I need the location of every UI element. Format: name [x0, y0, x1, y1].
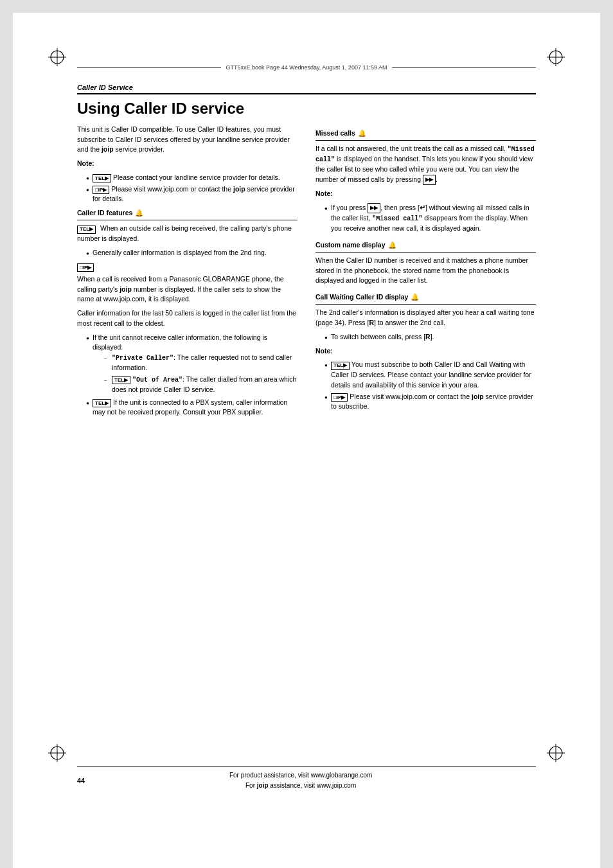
cannot-receive-item: If the unit cannot receive caller inform… [86, 333, 298, 395]
main-heading: Using Caller ID service [77, 100, 536, 118]
tel-badge-note1: TEL▶ [93, 174, 111, 182]
waiting-hr [315, 304, 536, 305]
waiting-note-bullets: TEL▶ You must subscribe to both Caller I… [324, 360, 536, 412]
waiting-note-1: TEL▶ You must subscribe to both Caller I… [324, 360, 536, 390]
call-waiting-header: Call Waiting Caller ID display 🔔 [315, 292, 536, 302]
out-of-area-item: TEL▶ "Out of Area": The caller dialled f… [104, 375, 298, 395]
bell-icon-waiting: 🔔 [411, 292, 419, 302]
ip-section: □IP▶ When a call is received from a Pana… [77, 262, 298, 305]
cannot-receive-list: If the unit cannot receive caller inform… [86, 333, 298, 418]
page-container: GTT5xxE.book Page 44 Wednesday, August 1… [13, 13, 600, 868]
custom-name-header: Custom name display 🔔 [315, 240, 536, 250]
call-waiting-label: Call Waiting Caller ID display [315, 292, 408, 302]
tel-badge-main: TEL▶ [77, 226, 96, 234]
footer-line2: For joip assistance, visit www.joip.com [229, 781, 372, 791]
note-bullets-left: TEL▶ Please contact your landline servic… [86, 173, 298, 204]
note-label-waiting: Note: [315, 346, 536, 357]
section-divider [77, 93, 536, 94]
footer: 44 For product assistance, visit www.glo… [77, 766, 536, 791]
note-bullet-1: TEL▶ Please contact your landline servic… [86, 173, 298, 183]
caller-log-text: Caller information for the last 50 calle… [77, 308, 298, 329]
tel-section: TEL▶ When an outside call is being recei… [77, 224, 298, 244]
missed-note-bullets: If you press ▶▶, then press [↵] without … [324, 203, 536, 234]
missed-calls-text: If a call is not answered, the unit trea… [315, 144, 536, 185]
caller-id-features-label: Caller ID features [77, 208, 132, 218]
intro-text: This unit is Caller ID compatible. To us… [77, 125, 298, 155]
bell-icon-missed: 🔔 [358, 128, 366, 138]
corner-mark-tl [48, 48, 66, 66]
tel-badge-pbx: TEL▶ [93, 399, 111, 407]
call-waiting-bullets: To switch between calls, press [R]. [324, 332, 536, 342]
header-line-left [77, 67, 221, 68]
missed-hr [315, 140, 536, 141]
footer-line1: For product assistance, visit www.globar… [229, 770, 372, 781]
header-file-info: GTT5xxE.book Page 44 Wednesday, August 1… [226, 64, 387, 71]
tel-section-text: When an outside call is being received, … [77, 224, 292, 242]
corner-mark-bl [48, 744, 66, 762]
missed-calls-label: Missed calls [315, 128, 355, 138]
left-column: This unit is Caller ID compatible. To us… [77, 125, 298, 756]
ip-badge-waiting: □IP▶ [331, 393, 348, 402]
page-inner: GTT5xxE.book Page 44 Wednesday, August 1… [13, 13, 600, 868]
header-line-right [392, 67, 536, 68]
forward-btn-note: ▶▶ [368, 203, 380, 213]
ip-section-text: When a call is received from a Panasonic… [77, 274, 298, 305]
note-label-right: Note: [315, 189, 536, 199]
ip-badge-main: □IP▶ [77, 263, 94, 272]
tel-bullet-1: Generally caller information is displaye… [86, 248, 298, 258]
ip-badge-note1: □IP▶ [93, 186, 109, 194]
note-label-left: Note: [77, 159, 298, 169]
note-bullet-2: □IP▶ Please visit www.joip.com or contac… [86, 184, 298, 205]
header-bar: GTT5xxE.book Page 44 Wednesday, August 1… [77, 64, 536, 71]
page-number: 44 [77, 777, 85, 784]
call-waiting-text: The 2nd caller's information is displaye… [315, 308, 536, 328]
section-title: Caller ID Service [77, 84, 536, 91]
right-column: Missed calls 🔔 If a call is not answered… [315, 125, 536, 756]
bell-icon-custom: 🔔 [388, 240, 396, 250]
call-waiting-bullet: To switch between calls, press [R]. [324, 332, 536, 342]
tel-badge-waiting: TEL▶ [331, 362, 350, 370]
private-caller-item: "Private Caller": The caller requested n… [104, 353, 298, 373]
forward-btn-missed: ▶▶ [423, 175, 436, 185]
corner-mark-br [547, 744, 565, 762]
waiting-note-2: □IP▶ Please visit www.joip.com or contac… [324, 392, 536, 412]
corner-mark-tr [547, 48, 565, 66]
cannot-receive-sub-list: "Private Caller": The caller requested n… [104, 353, 298, 395]
missed-note-bullet: If you press ▶▶, then press [↵] without … [324, 203, 536, 234]
bell-icon-features: 🔔 [135, 208, 143, 218]
footer-center: For product assistance, visit www.globar… [229, 770, 372, 791]
custom-name-label: Custom name display [315, 240, 386, 250]
caller-id-features-header: Caller ID features 🔔 [77, 208, 298, 218]
custom-hr [315, 252, 536, 252]
pbx-bullet: TEL▶ If the unit is connected to a PBX s… [86, 398, 298, 418]
missed-calls-header: Missed calls 🔔 [315, 128, 536, 138]
two-column-layout: This unit is Caller ID compatible. To us… [77, 125, 536, 756]
custom-name-text: When the Caller ID number is received an… [315, 256, 536, 286]
tel-badge-oa: TEL▶ [112, 376, 130, 384]
features-hr [77, 220, 298, 220]
tel-bullet-list: Generally caller information is displaye… [86, 248, 298, 258]
content-area: Caller ID Service Using Caller ID servic… [77, 84, 536, 756]
